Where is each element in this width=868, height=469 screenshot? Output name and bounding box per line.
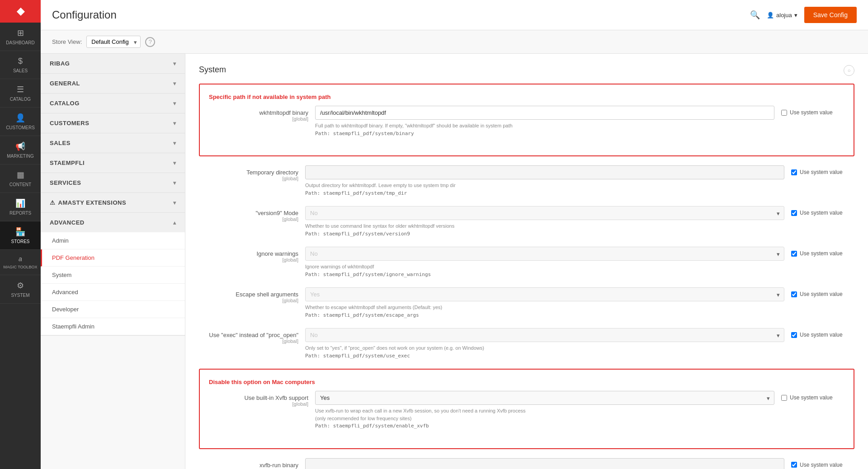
collapse-button[interactable]: ○ — [844, 65, 854, 76]
version9-hint: Whether to use command line syntax for o… — [305, 222, 784, 238]
wkhtmltopdf-input[interactable] — [315, 106, 774, 120]
wkhtmltopdf-use-system: Use system value — [781, 106, 844, 116]
section-customers-header[interactable]: CUSTOMERS ▾ — [41, 113, 185, 133]
sidebar-item-marketing[interactable]: 📢 MARKETING — [0, 136, 41, 164]
section-general-header[interactable]: GENERAL ▾ — [41, 74, 185, 93]
section-staempfli: STAEMPFLI ▾ — [41, 153, 185, 173]
sidebar-item-dashboard[interactable]: ⊞ DASHBOARD — [0, 23, 41, 51]
temp-dir-label: Temporary directory [global] — [199, 165, 298, 181]
sub-item-system[interactable]: System — [41, 267, 185, 284]
save-config-button[interactable]: Save Config — [804, 7, 857, 23]
wkhtmltopdf-label: wkhtmltopdf binary [global] — [209, 106, 308, 122]
stores-icon: 🏪 — [15, 227, 25, 237]
ignore-warnings-use-system: Use system value — [791, 247, 854, 257]
sidebar: ◆ ⊞ DASHBOARD $ SALES ☰ CATALOG 👤 CUSTOM… — [0, 0, 41, 469]
section-amasty-label: AMASTY EXTENSIONS — [58, 199, 127, 206]
temp-dir-row: Temporary directory [global] Output dire… — [199, 165, 854, 197]
section-advanced-header[interactable]: ADVANCED ▴ — [41, 213, 185, 232]
version9-label: "version9" Mode [global] — [199, 206, 298, 222]
escape-shell-row: Escape shell arguments [global] Yes Whet… — [199, 287, 854, 319]
use-system-label: Use system value — [790, 109, 833, 116]
section-sales-header[interactable]: SALES ▾ — [41, 133, 185, 153]
use-exec-row: Use "exec" instead of "proc_open" [globa… — [199, 328, 854, 360]
system-icon: ⚙ — [17, 281, 24, 291]
sub-item-pdf-generation[interactable]: PDF Generation — [41, 249, 185, 267]
section-sales: SALES ▾ — [41, 133, 185, 153]
chevron-down-icon: ▾ — [173, 180, 176, 186]
sidebar-item-magic-toolbox[interactable]: a MAGIC TOOLBOX — [0, 250, 41, 275]
xvfb-binary-content: Full path to the xvfb-run binary. If emp… — [305, 458, 784, 469]
sidebar-item-content[interactable]: ▦ CONTENT — [0, 164, 41, 193]
username: alojua — [776, 12, 792, 19]
chevron-down-icon: ▾ — [173, 200, 176, 206]
sidebar-item-customers[interactable]: 👤 CUSTOMERS — [0, 108, 41, 136]
version9-use-system-checkbox[interactable] — [791, 210, 797, 216]
sidebar-item-label: SYSTEM — [11, 293, 29, 298]
body-layout: RIBAG ▾ GENERAL ▾ CATALOG ▾ CUSTOMERS — [41, 54, 868, 469]
section-customers: CUSTOMERS ▾ — [41, 113, 185, 133]
section-ribag-label: RIBAG — [50, 60, 70, 67]
sidebar-item-label: CATALOG — [10, 97, 31, 102]
use-exec-use-system-checkbox[interactable] — [791, 332, 797, 338]
xvfb-label: Use built-in Xvfb support [global] — [209, 391, 308, 407]
xvfb-content: Yes No Use xvfb-run to wrap each call in… — [315, 391, 774, 430]
chevron-down-icon: ▾ — [173, 61, 176, 67]
sidebar-item-stores[interactable]: 🏪 STORES — [0, 221, 41, 250]
sidebar-item-label: DASHBOARD — [6, 40, 34, 45]
use-system-label: Use system value — [800, 169, 843, 175]
right-content-inner: ○ System Specific path if not available … — [199, 65, 854, 469]
wkhtmltopdf-use-system-checkbox[interactable] — [781, 110, 787, 116]
xvfb-select[interactable]: Yes No — [315, 391, 774, 405]
xvfb-box: Disable this option on Mac computers Use… — [199, 369, 854, 449]
version9-content: No Whether to use command line syntax fo… — [305, 206, 784, 238]
section-services-header[interactable]: SERVICES ▾ — [41, 173, 185, 192]
section-title: System — [199, 65, 854, 75]
advanced-subitems: Admin PDF Generation System Advanced Dev… — [41, 232, 185, 335]
content-icon: ▦ — [17, 170, 24, 180]
section-staempfli-header[interactable]: STAEMPFLI ▾ — [41, 153, 185, 173]
xvfb-use-system-checkbox[interactable] — [781, 395, 787, 401]
customers-icon: 👤 — [15, 113, 25, 123]
sub-item-developer[interactable]: Developer — [41, 301, 185, 318]
temp-dir-use-system-checkbox[interactable] — [791, 169, 797, 175]
ignore-warnings-use-system-checkbox[interactable] — [791, 251, 797, 257]
sidebar-item-sales[interactable]: $ SALES — [0, 51, 41, 79]
help-icon[interactable]: ? — [145, 37, 155, 47]
section-ribag: RIBAG ▾ — [41, 54, 185, 74]
escape-shell-hint: Whether to escape wkhtmltopdf shell argu… — [305, 304, 784, 319]
sub-item-advanced[interactable]: Advanced — [41, 284, 185, 301]
section-catalog: CATALOG ▾ — [41, 94, 185, 113]
xvfb-select-wrapper: Yes No — [315, 391, 774, 405]
sidebar-item-label: MAGIC TOOLBOX — [3, 265, 37, 269]
sidebar-item-label: CONTENT — [9, 182, 31, 187]
store-view-label: Store View: — [52, 38, 82, 45]
escape-shell-use-system: Use system value — [791, 287, 854, 297]
section-general: GENERAL ▾ — [41, 74, 185, 94]
section-amasty-header[interactable]: ⚠ AMASTY EXTENSIONS ▾ — [41, 193, 185, 212]
search-icon[interactable]: 🔍 — [750, 10, 760, 20]
section-amasty: ⚠ AMASTY EXTENSIONS ▾ — [41, 193, 185, 213]
right-content: ○ System Specific path if not available … — [185, 54, 868, 469]
xvfb-box-label: Disable this option on Mac computers — [209, 379, 844, 385]
sidebar-item-catalog[interactable]: ☰ CATALOG — [0, 79, 41, 108]
store-view-select[interactable]: Default Config — [86, 36, 141, 48]
sidebar-item-reports[interactable]: 📊 REPORTS — [0, 193, 41, 221]
user-icon: 👤 — [767, 12, 774, 19]
escape-shell-use-system-checkbox[interactable] — [791, 291, 797, 297]
sub-item-admin[interactable]: Admin — [41, 232, 185, 249]
user-menu[interactable]: 👤 alojua ▾ — [767, 12, 797, 19]
use-system-label: Use system value — [800, 210, 843, 216]
warning-icon: ⚠ — [50, 199, 56, 206]
marketing-icon: 📢 — [15, 141, 25, 151]
xvfb-binary-use-system-checkbox[interactable] — [791, 462, 797, 468]
section-catalog-header[interactable]: CATALOG ▾ — [41, 94, 185, 113]
sales-icon: $ — [18, 56, 23, 66]
sub-item-staempfli-admin[interactable]: Staempfli Admin — [41, 318, 185, 335]
chevron-down-icon: ▾ — [173, 160, 176, 166]
ignore-warnings-content: No Ignore warnings of wkhtmltopdf Path: … — [305, 247, 784, 278]
section-ribag-header[interactable]: RIBAG ▾ — [41, 54, 185, 73]
sidebar-item-system[interactable]: ⚙ SYSTEM — [0, 275, 41, 304]
section-advanced-label: ADVANCED — [50, 219, 85, 226]
sidebar-item-label: SALES — [13, 68, 28, 73]
xvfb-binary-row: xvfb-run binary [global] Full path to th… — [199, 458, 854, 469]
